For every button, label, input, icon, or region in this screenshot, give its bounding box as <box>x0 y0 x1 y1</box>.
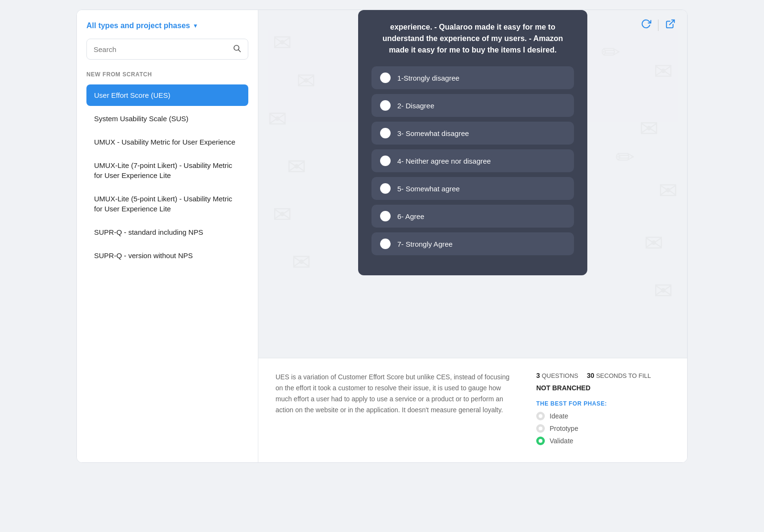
radio-circle <box>380 239 391 249</box>
search-icon <box>233 44 241 54</box>
phase-dot-ideate <box>536 412 545 420</box>
survey-options: 1-Strongly disagree 2- Disagree 3- Somew… <box>371 66 574 255</box>
survey-card: experience. - Qualaroo made it easy for … <box>358 10 587 275</box>
radio-circle <box>380 100 391 111</box>
phase-item-prototype: Prototype <box>536 424 670 433</box>
phases-list: Ideate Prototype Validate <box>536 412 670 445</box>
sidebar-item-umux[interactable]: UMUX - Usability Metric for User Experie… <box>86 131 248 153</box>
phase-dot-prototype <box>536 424 545 433</box>
phase-label-validate: Validate <box>550 437 573 445</box>
svg-line-1 <box>238 50 240 52</box>
phase-label-prototype: Prototype <box>550 425 578 432</box>
sidebar-item-umux-lite-7[interactable]: UMUX-Lite (7-point Likert) - Usability M… <box>86 155 248 186</box>
sidebar-item-sus[interactable]: System Usability Scale (SUS) <box>86 108 248 129</box>
filter-label: All types and project phases <box>86 21 190 30</box>
section-label: NEW FROM SCRATCH <box>86 71 248 78</box>
radio-circle <box>380 128 391 138</box>
survey-option-opt7[interactable]: 7- Strongly Agree <box>371 232 574 255</box>
survey-option-opt1[interactable]: 1-Strongly disagree <box>371 66 574 89</box>
sidebar-item-umux-lite-5[interactable]: UMUX-Lite (5-point Likert) - Usability M… <box>86 188 248 219</box>
survey-header: experience. - Qualaroo made it easy for … <box>371 21 574 56</box>
sidebar: All types and project phases ▾ NEW FROM … <box>77 10 258 462</box>
questions-count: 3 <box>536 372 540 379</box>
survey-option-opt2[interactable]: 2- Disagree <box>371 94 574 117</box>
questions-label: QUESTIONS <box>541 372 578 379</box>
phase-item-validate: Validate <box>536 437 670 445</box>
refresh-button[interactable] <box>641 19 651 31</box>
survey-option-opt3[interactable]: 3- Somewhat disagree <box>371 122 574 145</box>
sidebar-items: User Effort Score (UES)System Usability … <box>86 84 248 266</box>
seconds-count: 30 <box>587 372 594 379</box>
info-meta: 3 QUESTIONS 30 SECONDS TO FILL NOT BRANC… <box>536 372 670 449</box>
option-label: 5- Somewhat agree <box>397 185 460 193</box>
best-for-label: THE BEST FOR PHASE: <box>536 400 670 407</box>
top-actions <box>641 19 676 31</box>
info-area: UES is a variation of Customer Effort Sc… <box>258 358 687 462</box>
survey-option-opt5[interactable]: 5- Somewhat agree <box>371 177 574 200</box>
sidebar-item-supr-q-nps[interactable]: SUPR-Q - standard including NPS <box>86 221 248 243</box>
radio-circle <box>380 156 391 166</box>
option-label: 3- Somewhat disagree <box>397 129 469 137</box>
phase-label-ideate: Ideate <box>550 412 568 420</box>
divider <box>658 20 658 31</box>
sidebar-item-supr-q-no-nps[interactable]: SUPR-Q - version without NPS <box>86 245 248 266</box>
option-label: 7- Strongly Agree <box>397 240 453 248</box>
seconds-label: SECONDS TO FILL <box>596 372 651 379</box>
branched-status: NOT BRANCHED <box>536 384 670 392</box>
preview-area: ✉ ✉ ✉ ✉ ✉ ✉ ✉ ✉ ✉ ✉ ✉ ✏ ✏ <box>258 10 687 358</box>
option-label: 1-Strongly disagree <box>397 74 459 82</box>
radio-circle <box>380 73 391 83</box>
open-external-button[interactable] <box>665 19 676 31</box>
option-label: 4- Neither agree nor disagree <box>397 157 491 165</box>
survey-option-opt4[interactable]: 4- Neither agree nor disagree <box>371 149 574 172</box>
search-input[interactable] <box>94 45 233 53</box>
info-description: UES is a variation of Customer Effort Sc… <box>276 372 517 416</box>
option-label: 2- Disagree <box>397 102 435 110</box>
radio-circle <box>380 211 391 221</box>
search-box <box>86 39 248 60</box>
main-content: ✉ ✉ ✉ ✉ ✉ ✉ ✉ ✉ ✉ ✉ ✉ ✏ ✏ <box>258 10 687 462</box>
radio-circle <box>380 183 391 194</box>
phase-item-ideate: Ideate <box>536 412 670 420</box>
option-label: 6- Agree <box>397 212 424 220</box>
filter-dropdown[interactable]: All types and project phases ▾ <box>86 21 248 30</box>
sidebar-item-ues[interactable]: User Effort Score (UES) <box>86 84 248 106</box>
meta-stats: 3 QUESTIONS 30 SECONDS TO FILL <box>536 372 670 379</box>
chevron-down-icon: ▾ <box>194 22 197 29</box>
svg-line-2 <box>669 20 674 25</box>
survey-option-opt6[interactable]: 6- Agree <box>371 205 574 228</box>
phase-dot-validate <box>536 437 545 445</box>
